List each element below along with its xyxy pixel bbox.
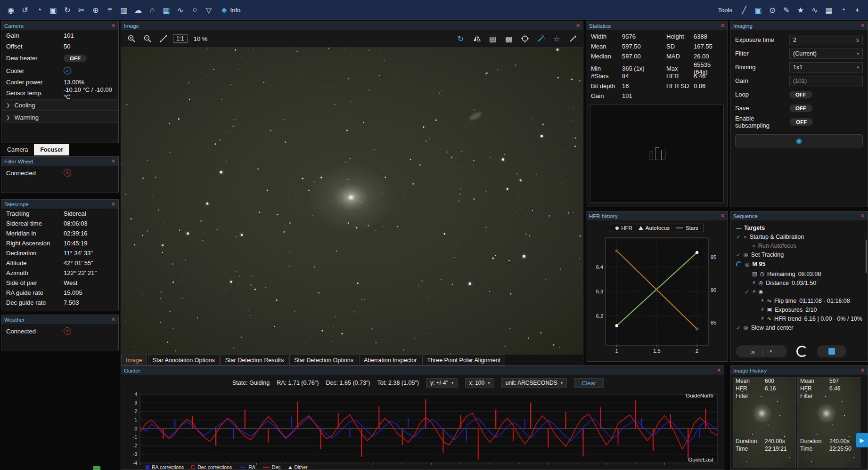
flat-panel-icon[interactable]: ⌂ (145, 3, 159, 17)
sequence-scrollbar[interactable] (866, 240, 867, 273)
measure-icon[interactable] (157, 32, 170, 45)
cooler-on-check-icon[interactable]: ✓ (64, 67, 71, 74)
distance-label: Distance (766, 280, 789, 286)
grid-icon[interactable]: ▦ (822, 3, 836, 17)
telescope-icon[interactable]: ⊕ (89, 3, 103, 17)
scissors-icon[interactable]: ✂ (74, 3, 89, 17)
flat-wizard-bulb-icon[interactable]: ○ (188, 3, 202, 17)
tab-image[interactable]: Image (121, 355, 147, 365)
binning-select[interactable]: 1x1 ▾ (789, 62, 863, 73)
weather-cloud-icon[interactable]: ☁ (131, 3, 145, 17)
filter-select[interactable]: (Current) ▾ (789, 49, 863, 59)
star-detection-wand-icon[interactable] (534, 32, 547, 45)
start-capture-button[interactable]: ◉ (735, 134, 863, 147)
star-annotation-icon[interactable]: ☆ (550, 32, 563, 45)
close-icon[interactable]: ✕ (111, 316, 115, 323)
image-history-thumbnail-1[interactable]: Mean600 HFR6.16 Filter Duration240.00s T… (733, 377, 796, 468)
rotator-icon[interactable]: ↻ (60, 3, 74, 17)
guider-total-rms: Tot: 2.38 (1.05") (377, 380, 419, 386)
zoom-in-icon[interactable] (125, 32, 138, 45)
image-viewer-canvas[interactable] (121, 48, 583, 355)
sequence-center-row[interactable]: ✓ ⚡ ◉ (730, 287, 868, 296)
trend-icon: ∿ (767, 316, 771, 322)
nina-application-window: ◉↺◔▣↻✂⊕≡▥☁⌂▦∿○▽ ◆ Info Tools ╱▣⊙✎★∿▦◔◖ C… (0, 0, 868, 470)
cooling-expander[interactable]: ❯ Cooling (1, 99, 118, 111)
telescope-row-4: Declination11° 34' 33" (1, 248, 118, 258)
close-icon[interactable]: ✕ (860, 23, 865, 29)
tab-star-detection-options[interactable]: Star Detection Options (289, 355, 358, 365)
tab-star-detection-results[interactable]: Star Detection Results (221, 355, 288, 365)
sequence-item-slew-and-center[interactable]: ✓ ◎ Slew and center (730, 323, 868, 332)
sequence-item-startup[interactable]: ✓ » Startup & Calibration (730, 232, 868, 241)
rotate-image-icon[interactable]: ↻ (454, 32, 467, 45)
platesolve-wand-icon[interactable] (566, 32, 579, 45)
pixel-grid-icon[interactable]: ▩ (502, 32, 515, 45)
tab-star-annotation-options[interactable]: Star Annotation Options (148, 355, 220, 365)
tools-icon-group: ╱▣⊙✎★∿▦◔◖ (737, 3, 864, 17)
crosshair-icon[interactable] (518, 32, 531, 45)
frame-icon[interactable]: ▣ (46, 3, 60, 17)
image-history-panel: Image History ✕ Mean600 HFR6.16 Filter D… (730, 365, 868, 470)
close-icon[interactable]: ✕ (111, 201, 115, 207)
sequence-stop-button[interactable] (817, 345, 846, 357)
tab-camera[interactable]: Camera (1, 144, 34, 155)
camera-icon[interactable]: ◉ (4, 3, 18, 17)
save-toggle[interactable]: OFF (789, 105, 812, 112)
dew-heater-toggle[interactable]: OFF (64, 55, 87, 62)
favorites-star-icon[interactable]: ★ (794, 3, 808, 17)
filter-wheel-icon[interactable]: ◔ (32, 3, 46, 17)
history-clock-icon[interactable]: ◔ (836, 3, 850, 17)
tab-three-point-polar-alignment[interactable]: Three Point Polar Alignment (422, 355, 505, 365)
subsampling-toggle[interactable]: OFF (790, 118, 813, 126)
close-icon[interactable]: ✕ (576, 23, 580, 29)
close-icon[interactable]: ✕ (721, 213, 725, 219)
exposure-time-input[interactable]: 2 s (789, 35, 863, 45)
bolt-icon: ⚡ (752, 280, 756, 286)
close-icon[interactable]: ✕ (860, 213, 865, 219)
exposure-unit-label: s (856, 37, 859, 43)
x-scale-dropdown[interactable]: x: 100▾ (465, 378, 494, 388)
close-icon[interactable]: ✕ (111, 158, 115, 164)
close-icon[interactable]: ✕ (111, 23, 115, 29)
tab-focuser[interactable]: Focuser (34, 144, 69, 155)
info-menu[interactable]: ◆ Info (221, 6, 240, 14)
sequence-targets-header[interactable]: — Targets (730, 223, 868, 232)
image-history-thumbnail-2[interactable]: Mean597 HFR6.46 Filter Duration240.00s T… (797, 377, 860, 468)
grid-overlay-icon[interactable]: ▦ (486, 32, 499, 45)
warming-expander[interactable]: ❯ Warming (1, 112, 118, 123)
run-autofocus-label: Run Autofocus (758, 243, 796, 249)
hfr-value: 6.16 (765, 385, 776, 392)
subsampling-field: Enable subsampling OFF (730, 115, 868, 129)
sequence-skip-button[interactable]: » | ▾ (736, 345, 787, 357)
tab-aberration-inspector[interactable]: Aberration Inspector (359, 355, 422, 365)
zoom-one-to-one-button[interactable]: 1:1 (173, 34, 188, 43)
switch-list-icon[interactable]: ≡ (103, 3, 117, 17)
shield-icon[interactable]: ▽ (202, 3, 216, 17)
y-scale-dropdown[interactable]: y: +/-4"▾ (426, 378, 458, 388)
flip-horizontal-icon[interactable] (470, 32, 483, 45)
magnifier-icon[interactable]: ⊙ (765, 3, 779, 17)
gain-input[interactable]: (101) (789, 76, 863, 86)
sequence-item-run-autofocus[interactable]: » Run Autofocus (730, 241, 868, 250)
svg-text:4: 4 (134, 392, 137, 397)
close-icon[interactable]: ✕ (860, 367, 865, 373)
dome-icon[interactable]: ▥ (117, 3, 131, 17)
loop-toggle[interactable]: OFF (789, 91, 812, 98)
close-icon[interactable]: ✕ (721, 23, 725, 29)
svg-text:-4: -4 (133, 461, 137, 466)
annotate-pen-icon[interactable]: ✎ (779, 3, 794, 17)
power-icon[interactable]: ◖ (850, 3, 864, 17)
imaging-chart-icon[interactable]: ▦ (159, 3, 173, 17)
clear-button[interactable]: Clear (574, 378, 604, 388)
unit-dropdown[interactable]: unit: ARCSECONDS▾ (501, 378, 567, 388)
sequence-item-target-m95[interactable]: ◎ M 95 (730, 259, 868, 269)
sequence-item-set-tracking[interactable]: ✓ ◎ Set Tracking (730, 250, 868, 259)
layout-icon[interactable]: ▣ (751, 3, 765, 17)
trend-icon[interactable]: ∿ (808, 3, 822, 17)
zoom-out-icon[interactable] (141, 32, 154, 45)
pipette-icon[interactable]: ╱ (737, 3, 751, 17)
focus-curve-icon[interactable]: ∿ (173, 3, 188, 17)
close-icon[interactable]: ✕ (717, 367, 721, 373)
sync-icon[interactable]: ↺ (18, 3, 32, 17)
target-icon: ◎ (759, 280, 763, 286)
